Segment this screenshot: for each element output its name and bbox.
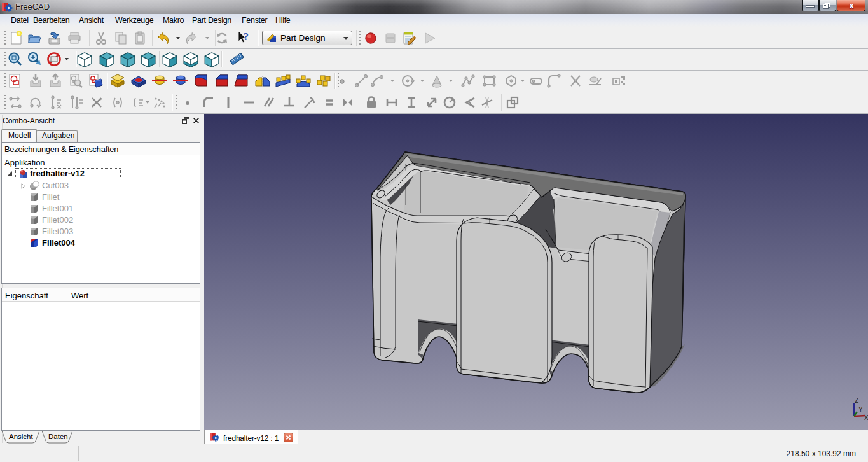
svg-text:Y: Y	[858, 406, 863, 413]
svg-text:Z: Z	[855, 397, 858, 404]
svg-text:?: ?	[244, 31, 249, 42]
svg-text:X: X	[864, 414, 868, 421]
